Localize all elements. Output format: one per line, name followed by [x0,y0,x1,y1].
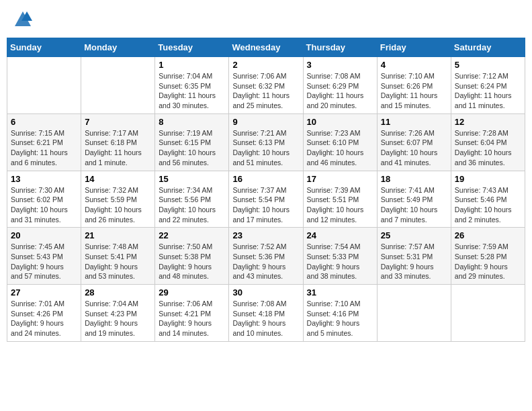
calendar-week-2: 6Sunrise: 7:15 AM Sunset: 6:21 PM Daylig… [7,113,525,171]
day-info: Sunrise: 7:59 AM Sunset: 5:28 PM Dayligh… [455,242,521,281]
day-header-tuesday: Tuesday [155,38,229,57]
day-header-wednesday: Wednesday [229,38,303,57]
calendar-week-5: 27Sunrise: 7:01 AM Sunset: 4:26 PM Dayli… [7,285,525,342]
day-info: Sunrise: 7:43 AM Sunset: 5:46 PM Dayligh… [455,185,521,225]
day-number: 4 [381,60,447,70]
calendar-cell: 8Sunrise: 7:19 AM Sunset: 6:15 PM Daylig… [155,113,229,171]
day-info: Sunrise: 7:34 AM Sunset: 5:56 PM Dayligh… [159,185,225,225]
calendar-cell: 19Sunrise: 7:43 AM Sunset: 5:46 PM Dayli… [451,171,525,228]
calendar-cell: 25Sunrise: 7:57 AM Sunset: 5:31 PM Dayli… [377,228,451,285]
calendar-cell: 11Sunrise: 7:26 AM Sunset: 6:07 PM Dayli… [377,113,451,171]
day-number: 27 [11,287,77,298]
calendar-cell: 14Sunrise: 7:32 AM Sunset: 5:59 PM Dayli… [81,171,155,228]
calendar-cell: 22Sunrise: 7:50 AM Sunset: 5:38 PM Dayli… [155,228,229,285]
calendar-cell [451,285,525,342]
calendar-cell: 21Sunrise: 7:48 AM Sunset: 5:41 PM Dayli… [81,228,155,285]
day-info: Sunrise: 7:12 AM Sunset: 6:24 PM Dayligh… [455,71,521,111]
calendar-header-row: SundayMondayTuesdayWednesdayThursdayFrid… [7,38,525,57]
day-info: Sunrise: 7:04 AM Sunset: 6:35 PM Dayligh… [159,71,225,111]
day-header-friday: Friday [377,38,451,57]
day-info: Sunrise: 7:19 AM Sunset: 6:15 PM Dayligh… [159,128,225,168]
day-number: 7 [85,117,151,127]
calendar-cell [81,57,155,114]
calendar-cell: 6Sunrise: 7:15 AM Sunset: 6:21 PM Daylig… [7,113,81,171]
day-number: 3 [307,60,373,70]
page-header [7,7,525,32]
day-info: Sunrise: 7:06 AM Sunset: 4:21 PM Dayligh… [159,299,225,338]
calendar-cell: 26Sunrise: 7:59 AM Sunset: 5:28 PM Dayli… [451,228,525,285]
day-info: Sunrise: 7:54 AM Sunset: 5:33 PM Dayligh… [307,242,373,281]
day-number: 25 [381,230,447,240]
calendar-cell: 7Sunrise: 7:17 AM Sunset: 6:18 PM Daylig… [81,113,155,171]
day-number: 26 [455,230,521,240]
calendar-table: SundayMondayTuesdayWednesdayThursdayFrid… [7,38,525,342]
day-number: 14 [85,174,151,184]
calendar-cell: 27Sunrise: 7:01 AM Sunset: 4:26 PM Dayli… [7,285,81,342]
calendar-cell: 5Sunrise: 7:12 AM Sunset: 6:24 PM Daylig… [451,57,525,114]
day-info: Sunrise: 7:15 AM Sunset: 6:21 PM Dayligh… [11,128,77,168]
calendar-cell: 30Sunrise: 7:08 AM Sunset: 4:18 PM Dayli… [229,285,303,342]
day-header-saturday: Saturday [451,38,525,57]
day-info: Sunrise: 7:30 AM Sunset: 6:02 PM Dayligh… [11,185,77,225]
day-number: 30 [232,287,299,298]
day-info: Sunrise: 7:04 AM Sunset: 4:23 PM Dayligh… [85,299,151,338]
day-number: 13 [11,174,77,184]
day-number: 16 [232,174,299,184]
day-number: 12 [455,117,521,127]
day-info: Sunrise: 7:06 AM Sunset: 6:32 PM Dayligh… [232,71,299,111]
day-info: Sunrise: 7:52 AM Sunset: 5:36 PM Dayligh… [232,242,299,281]
day-number: 6 [11,117,77,127]
calendar-cell: 24Sunrise: 7:54 AM Sunset: 5:33 PM Dayli… [303,228,377,285]
calendar-cell: 23Sunrise: 7:52 AM Sunset: 5:36 PM Dayli… [229,228,303,285]
day-info: Sunrise: 7:45 AM Sunset: 5:43 PM Dayligh… [11,242,77,281]
day-info: Sunrise: 7:57 AM Sunset: 5:31 PM Dayligh… [381,242,447,281]
logo [13,10,35,29]
calendar-cell: 18Sunrise: 7:41 AM Sunset: 5:49 PM Dayli… [377,171,451,228]
day-info: Sunrise: 7:23 AM Sunset: 6:10 PM Dayligh… [307,128,373,168]
calendar-cell: 3Sunrise: 7:08 AM Sunset: 6:29 PM Daylig… [303,57,377,114]
day-number: 17 [307,174,373,184]
day-number: 15 [159,174,225,184]
day-header-thursday: Thursday [303,38,377,57]
day-number: 1 [159,60,225,70]
calendar-cell: 12Sunrise: 7:28 AM Sunset: 6:04 PM Dayli… [451,113,525,171]
calendar-cell: 13Sunrise: 7:30 AM Sunset: 6:02 PM Dayli… [7,171,81,228]
day-info: Sunrise: 7:10 AM Sunset: 6:26 PM Dayligh… [381,71,447,111]
day-info: Sunrise: 7:50 AM Sunset: 5:38 PM Dayligh… [159,242,225,281]
calendar-cell: 9Sunrise: 7:21 AM Sunset: 6:13 PM Daylig… [229,113,303,171]
day-number: 9 [232,117,299,127]
day-number: 24 [307,230,373,240]
calendar-cell: 16Sunrise: 7:37 AM Sunset: 5:54 PM Dayli… [229,171,303,228]
day-number: 2 [232,60,299,70]
day-number: 29 [159,287,225,298]
calendar-cell: 4Sunrise: 7:10 AM Sunset: 6:26 PM Daylig… [377,57,451,114]
logo-icon [13,10,32,29]
day-header-monday: Monday [81,38,155,57]
calendar-week-1: 1Sunrise: 7:04 AM Sunset: 6:35 PM Daylig… [7,57,525,114]
day-number: 23 [232,230,299,240]
day-number: 5 [455,60,521,70]
day-info: Sunrise: 7:01 AM Sunset: 4:26 PM Dayligh… [11,299,77,338]
calendar-cell: 31Sunrise: 7:10 AM Sunset: 4:16 PM Dayli… [303,285,377,342]
day-info: Sunrise: 7:37 AM Sunset: 5:54 PM Dayligh… [232,185,299,225]
day-info: Sunrise: 7:28 AM Sunset: 6:04 PM Dayligh… [455,128,521,168]
calendar-cell: 2Sunrise: 7:06 AM Sunset: 6:32 PM Daylig… [229,57,303,114]
calendar-cell: 17Sunrise: 7:39 AM Sunset: 5:51 PM Dayli… [303,171,377,228]
day-info: Sunrise: 7:26 AM Sunset: 6:07 PM Dayligh… [381,128,447,168]
day-number: 21 [85,230,151,240]
day-number: 31 [307,287,373,298]
calendar-cell: 1Sunrise: 7:04 AM Sunset: 6:35 PM Daylig… [155,57,229,114]
day-number: 28 [85,287,151,298]
calendar-cell: 15Sunrise: 7:34 AM Sunset: 5:56 PM Dayli… [155,171,229,228]
day-info: Sunrise: 7:41 AM Sunset: 5:49 PM Dayligh… [381,185,447,225]
day-number: 11 [381,117,447,127]
calendar-cell [7,57,81,114]
calendar-week-3: 13Sunrise: 7:30 AM Sunset: 6:02 PM Dayli… [7,171,525,228]
day-header-sunday: Sunday [7,38,81,57]
day-info: Sunrise: 7:39 AM Sunset: 5:51 PM Dayligh… [307,185,373,225]
day-info: Sunrise: 7:10 AM Sunset: 4:16 PM Dayligh… [307,299,373,338]
day-info: Sunrise: 7:08 AM Sunset: 4:18 PM Dayligh… [232,299,299,338]
day-info: Sunrise: 7:32 AM Sunset: 5:59 PM Dayligh… [85,185,151,225]
calendar-cell: 10Sunrise: 7:23 AM Sunset: 6:10 PM Dayli… [303,113,377,171]
calendar-week-4: 20Sunrise: 7:45 AM Sunset: 5:43 PM Dayli… [7,228,525,285]
